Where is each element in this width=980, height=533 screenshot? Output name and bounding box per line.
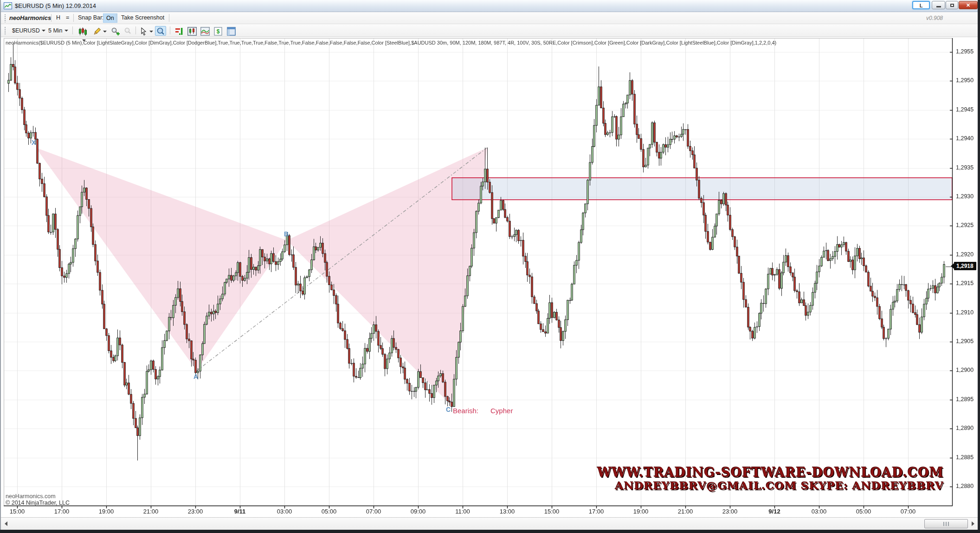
minimize-button[interactable] [932,1,945,9]
link-button[interactable]: L [912,1,930,9]
magnify-mode-button[interactable] [155,26,166,36]
price-tick-label: 1,2920 [956,251,974,258]
pencil-icon [93,27,101,36]
time-tick-label: 21:00 [671,508,699,515]
thumb-grip-icon [943,522,949,526]
zoom-out-icon [123,27,132,36]
scroll-left-icon[interactable] [5,521,7,526]
chart-window-button[interactable] [187,26,198,36]
toolbar-grip[interactable] [4,26,6,35]
price-tick-label: 1,2915 [956,280,974,286]
equals-button[interactable]: = [66,14,69,21]
draw-tools-button[interactable] [92,26,107,36]
pattern-point-B: B [284,230,289,238]
restore-icon [950,4,954,7]
price-tick-label: 1,2950 [956,77,974,84]
symbol-toolbar: $EURUSD 5 Min [0,24,980,37]
price-tick-label: 1,2905 [956,338,974,344]
separator [72,26,73,34]
interval-selector[interactable]: 5 Min [48,27,68,34]
chevron-down-icon [149,31,153,32]
close-icon: ✕ [966,2,970,8]
horizontal-scrollbar[interactable] [0,517,980,530]
separator [116,14,116,22]
separator [51,14,52,22]
zoom-in-icon [111,27,120,36]
cursor-mode-button[interactable] [139,26,154,36]
magnifier-icon [156,27,165,36]
time-tick-label: 11:00 [449,508,477,515]
indicators-button[interactable] [174,26,185,36]
price-tick-label: 1,2880 [956,483,974,489]
price-tick-label: 1,2895 [956,396,974,403]
chart-style-button[interactable] [76,26,90,36]
ninjatrader-chart-window: $EURUSD (5 Min) 12.09.2014 L ✕ neoHarmon… [0,0,980,533]
window-title: $EURUSD (5 Min) 12.09.2014 [15,2,96,9]
footer-copyright-label: © 2014 NinjaTrader, LLC [6,500,70,506]
symbol-selector[interactable]: $EURUSD [12,27,45,34]
time-tick-label: 17:00 [48,508,76,515]
time-tick-label: 15:00 [538,508,566,515]
time-tick-label: 07:00 [360,508,387,515]
window-frame [0,0,1,533]
price-tick-label: 1,2900 [956,367,974,373]
price-chart-canvas[interactable] [0,0,980,533]
indicator-settings-icon [175,27,184,36]
time-tick-label: 17:00 [582,508,610,515]
svg-text:$: $ [217,28,220,35]
watermark-line2: ANDREYBBRV@GMAIL.COM SKYPE: ANDREYBBRV [597,480,944,492]
time-tick-label: 07:00 [894,508,922,515]
chevron-down-icon [42,30,45,32]
window-frame [978,0,980,533]
take-screenshot-button[interactable]: Take Screenshot [121,14,164,21]
time-tick-label: 05:00 [850,508,877,515]
chevron-down-icon [64,30,68,32]
price-tick-label: 1,2890 [956,425,974,431]
snap-bar-toggle[interactable]: On [103,13,117,23]
cursor-icon [140,27,148,36]
price-tick-label: 1,2940 [956,135,974,142]
candles-icon [78,27,88,36]
price-tick-label: 1,2925 [956,222,974,228]
scrollbar-thumb[interactable] [924,519,968,528]
window-frame [0,530,980,533]
time-tick-label: 19:00 [627,508,655,515]
price-tick-label: 1,2945 [956,106,974,113]
scroll-right-icon[interactable] [972,521,974,526]
time-tick-label: 09:00 [404,508,432,515]
chevron-down-icon [103,31,107,32]
separator [170,26,170,34]
price-tick-label: 1,2935 [956,164,974,171]
restore-button[interactable] [946,1,958,9]
brand-label: neoHarmonics [9,14,51,21]
watermark: WWW.TRADING-SOFTWARE-DOWNLOAD.COM ANDREY… [597,465,944,492]
close-button[interactable]: ✕ [959,1,978,9]
market-analyzer-button[interactable] [200,26,211,36]
account-button[interactable]: $ [213,26,224,36]
time-tick-label: 13:00 [493,508,521,515]
pattern-type: Cypher [490,407,513,415]
panel-icon [227,27,236,36]
h-button[interactable]: H [56,14,60,21]
price-tick-label: 1,2910 [956,309,974,316]
pattern-signal-label: Bearish:Cypher [453,407,513,415]
time-tick-label: 03:00 [805,508,833,515]
time-tick-label: 19:00 [92,508,120,515]
titlebar[interactable]: $EURUSD (5 Min) 12.09.2014 L ✕ [0,0,980,12]
time-tick-label: 9/12 [761,508,788,515]
chart-window-icon [187,27,197,36]
zoom-in-button[interactable] [110,26,121,36]
watermark-line1: WWW.TRADING-SOFTWARE-DOWNLOAD.COM [597,465,944,480]
indicator-toolbar: neoHarmonics H = Snap Bar: On Take Scree… [0,12,980,24]
separator [135,26,136,34]
footer-site-label: neoHarmonics.com [6,493,56,500]
version-label: v0.908 [926,15,943,21]
toolbar-grip[interactable] [4,14,6,22]
separator [169,14,169,22]
last-price-tag: 1,2918 [954,262,976,270]
time-tick-label: 15:00 [3,508,31,515]
zoom-out-button[interactable] [122,26,133,36]
data-panel-button[interactable] [226,26,237,36]
time-tick-label: 05:00 [315,508,343,515]
curves-icon [200,27,210,36]
